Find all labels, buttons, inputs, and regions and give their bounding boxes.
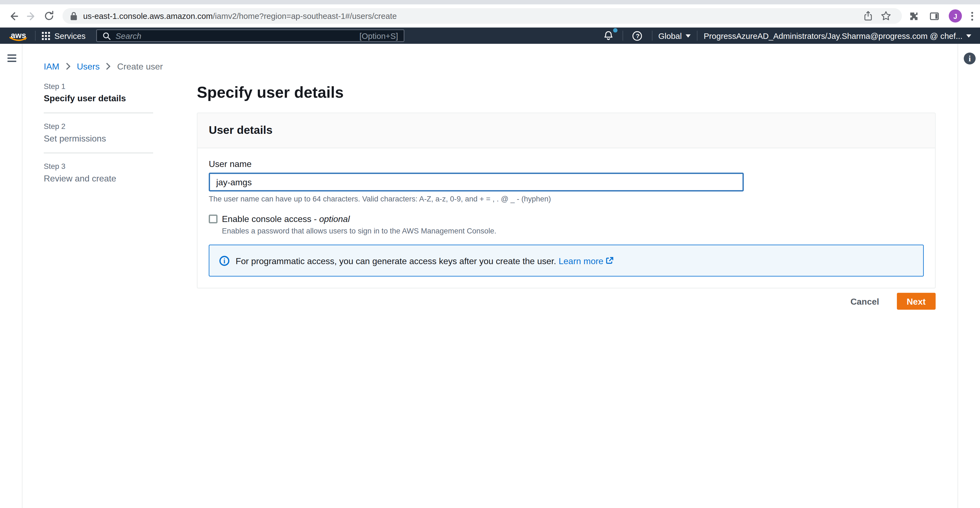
region-selector[interactable]: Global — [659, 31, 691, 40]
aws-smile-icon — [9, 37, 28, 43]
step-item-1: Step 1 Specify user details — [44, 82, 153, 103]
back-arrow-icon — [7, 10, 20, 22]
avatar-letter: J — [953, 12, 957, 20]
bookmark-button[interactable] — [880, 10, 892, 22]
breadcrumb: IAM Users Create user — [44, 61, 163, 72]
card-title: User details — [208, 124, 272, 137]
cancel-button[interactable]: Cancel — [849, 294, 880, 309]
chevron-down-icon — [686, 34, 690, 37]
step-title-specify-user-details[interactable]: Specify user details — [44, 93, 153, 104]
console-search-input[interactable]: Search [Option+S] — [96, 29, 404, 42]
extensions-button[interactable] — [908, 10, 920, 22]
help-button[interactable]: ? — [628, 30, 646, 41]
forward-button[interactable] — [25, 10, 37, 22]
nav-divider — [652, 30, 653, 41]
nav-divider — [697, 30, 697, 41]
step-number: Step 3 — [44, 162, 153, 171]
search-placeholder: Search — [116, 31, 142, 40]
nav-divider — [35, 30, 35, 41]
services-label: Services — [54, 31, 86, 40]
share-button[interactable] — [862, 10, 875, 22]
external-link-icon — [606, 256, 614, 265]
wizard-actions: Cancel Next — [849, 293, 936, 310]
username-value: jay-amgs — [216, 177, 252, 187]
step-title-review-and-create[interactable]: Review and create — [44, 173, 153, 184]
card-header: User details — [197, 113, 935, 149]
notifications-button[interactable] — [600, 30, 618, 42]
console-access-description: Enables a password that allows users to … — [222, 226, 924, 235]
nav-right-cluster: ? Global ProgressAzureAD_Administrators/… — [600, 30, 971, 42]
username-input[interactable]: jay-amgs — [208, 173, 744, 192]
page-title: Specify user details — [197, 83, 344, 101]
step-number: Step 1 — [44, 82, 153, 91]
region-label: Global — [659, 31, 682, 40]
chevron-right-icon — [106, 63, 111, 70]
step-number: Step 2 — [44, 122, 153, 131]
url-path: /iamv2/home?region=ap-southeast-1#/users… — [213, 11, 397, 21]
side-panel-button[interactable] — [928, 10, 940, 22]
search-icon — [103, 32, 111, 40]
screen: us-east-1.console.aws.amazon.com/iamv2/h… — [0, 0, 980, 508]
page-content: i IAM Users Create user Step 1 Specify u… — [0, 44, 980, 508]
url-text: us-east-1.console.aws.amazon.com/iamv2/h… — [83, 11, 397, 21]
info-panel-button[interactable]: i — [964, 53, 975, 64]
lock-icon — [70, 11, 77, 21]
account-menu-button[interactable]: ProgressAzureAD_Administrators/Jay.Sharm… — [703, 31, 971, 40]
aws-console-nav: aws Services Search [Option+S] — [0, 28, 980, 44]
card-body: User name jay-amgs The user name can hav… — [197, 149, 935, 288]
aws-logo[interactable]: aws — [8, 29, 29, 40]
browser-toolbar: us-east-1.console.aws.amazon.com/iamv2/h… — [0, 5, 980, 28]
url-bar[interactable]: us-east-1.console.aws.amazon.com/iamv2/h… — [63, 8, 902, 24]
left-rail — [0, 44, 22, 508]
back-button[interactable] — [7, 10, 20, 22]
nav-divider — [623, 30, 623, 41]
star-icon — [880, 11, 891, 21]
username-constraint-text: The user name can have up to 64 characte… — [208, 195, 924, 203]
console-access-row: Enable console access - optional — [208, 214, 924, 224]
breadcrumb-current: Create user — [117, 61, 163, 72]
browser-menu-button[interactable] — [970, 10, 974, 22]
forward-arrow-icon — [25, 10, 37, 22]
notification-dot — [613, 28, 618, 33]
breadcrumb-separator — [65, 63, 70, 70]
chevron-down-icon — [966, 34, 971, 37]
grid-icon — [42, 32, 50, 40]
sidebar-menu-button[interactable] — [7, 54, 17, 63]
search-shortcut-hint: [Option+S] — [359, 31, 398, 40]
info-alert: i For programmatic access, you can gener… — [208, 245, 924, 277]
toolbar-right-cluster: J — [908, 9, 975, 22]
info-glyph: i — [969, 53, 971, 64]
step-item-2: Step 2 Set permissions — [44, 122, 153, 144]
console-access-optional-text: optional — [319, 214, 350, 224]
help-glyph: ? — [636, 32, 640, 39]
step-title-set-permissions[interactable]: Set permissions — [44, 133, 153, 144]
console-access-checkbox[interactable] — [208, 215, 217, 223]
info-icon-glyph: i — [223, 257, 225, 264]
puzzle-icon — [908, 11, 919, 21]
url-domain: us-east-1.console.aws.amazon.com — [83, 11, 213, 21]
main-column: Specify user details User details User n… — [197, 44, 936, 508]
user-details-card: User details User name jay-amgs The user… — [197, 112, 936, 288]
breadcrumb-separator — [106, 63, 111, 70]
bell-icon — [603, 30, 614, 42]
info-alert-text: For programmatic access, you can generat… — [236, 256, 556, 266]
learn-more-link[interactable]: Learn more — [558, 256, 614, 266]
refresh-button[interactable] — [42, 10, 55, 22]
console-access-label[interactable]: Enable console access - optional — [222, 214, 350, 224]
username-label: User name — [208, 159, 924, 169]
share-icon — [863, 11, 873, 21]
chevron-right-icon — [65, 63, 70, 70]
side-panel-icon — [929, 11, 940, 21]
breadcrumb-link-users[interactable]: Users — [77, 61, 100, 72]
browser-profile-avatar[interactable]: J — [949, 9, 962, 22]
services-menu-button[interactable]: Services — [42, 31, 86, 40]
console-access-label-text: Enable console access - — [222, 214, 319, 224]
steps-divider — [44, 153, 153, 153]
steps-nav: Step 1 Specify user details Step 2 Set p… — [44, 82, 153, 183]
breadcrumb-link-iam[interactable]: IAM — [44, 61, 59, 72]
info-icon: i — [219, 256, 229, 266]
steps-divider — [44, 112, 153, 113]
next-button[interactable]: Next — [897, 293, 936, 310]
account-label: ProgressAzureAD_Administrators/Jay.Sharm… — [703, 31, 963, 40]
step-item-3: Step 3 Review and create — [44, 162, 153, 184]
